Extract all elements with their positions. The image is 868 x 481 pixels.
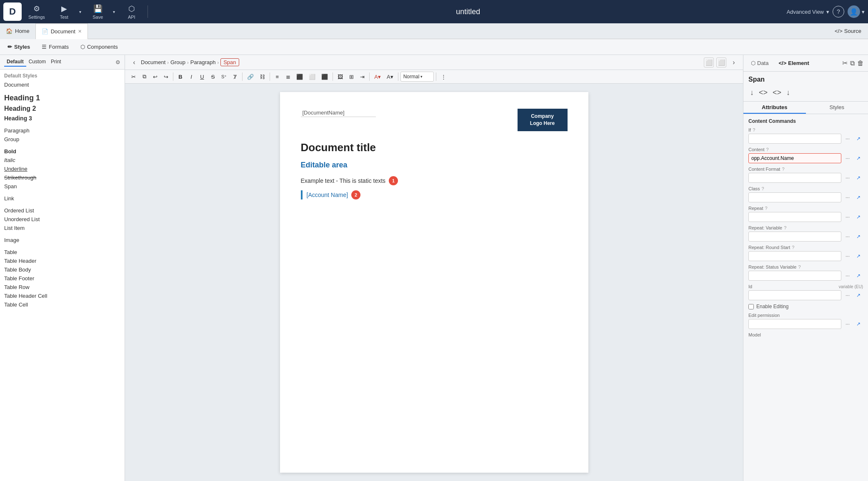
style-item-table[interactable]: Table	[0, 248, 125, 257]
toolbar-indent[interactable]: ⇥	[357, 72, 367, 82]
toolbar-bold[interactable]: B	[175, 72, 185, 82]
field-action-repeatvariable[interactable]: ···	[843, 232, 852, 241]
help-icon-if[interactable]: ?	[753, 127, 755, 132]
field-link-contentformat[interactable]: ↗	[854, 173, 863, 182]
style-item-underline[interactable]: Underline	[0, 164, 125, 173]
style-item-tablebody[interactable]: Table Body	[0, 265, 125, 274]
style-item-strikethrough[interactable]: Strikethrough	[0, 173, 125, 182]
style-item-italic[interactable]: Italic	[0, 156, 125, 164]
toolbar-aligncenter[interactable]: ⬜	[306, 72, 318, 82]
help-icon-repeatstatusvariable[interactable]: ?	[798, 264, 800, 269]
breadcrumb-paragraph[interactable]: Paragraph	[190, 59, 216, 65]
toolbar-undo[interactable]: ↩	[150, 72, 160, 82]
tab-default[interactable]: Default	[4, 57, 26, 67]
toolbar-highlight[interactable]: A▾	[384, 72, 396, 82]
field-link-class[interactable]: ↗	[854, 193, 863, 202]
tab-element[interactable]: </> Element	[775, 58, 812, 68]
toolbar-table[interactable]: ⊞	[346, 72, 356, 82]
toolbar-strikethrough[interactable]: S	[208, 72, 218, 82]
nav-down-left[interactable]: ↓	[748, 87, 755, 98]
duplicate-icon[interactable]: ⧉	[850, 60, 855, 67]
toolbar-more[interactable]: ⋮	[438, 72, 449, 82]
style-item-tableheader[interactable]: Table Header	[0, 257, 125, 265]
trash-icon[interactable]: 🗑	[857, 60, 864, 67]
style-item-tablecell[interactable]: Table Cell	[0, 300, 125, 309]
api-button[interactable]: ⬡ API	[119, 2, 144, 21]
field-action-repeatstatusvariable[interactable]: ···	[843, 271, 852, 280]
nav-down-right[interactable]: ↓	[785, 87, 792, 98]
style-item-tablefooter[interactable]: Table Footer	[0, 274, 125, 283]
help-icon-repeatroundstart[interactable]: ?	[792, 245, 794, 250]
style-item-listitem[interactable]: List Item	[0, 224, 125, 232]
toolbar-link[interactable]: 🔗	[245, 72, 256, 82]
field-link-editpermission[interactable]: ↗	[854, 319, 863, 329]
help-icon-contentformat[interactable]: ?	[782, 167, 784, 172]
help-icon-content[interactable]: ?	[766, 147, 769, 152]
field-action-if[interactable]: ···	[843, 134, 852, 143]
style-item-bold[interactable]: Bold	[0, 147, 125, 156]
gear-button[interactable]: ⚙	[115, 59, 120, 65]
tab-close-button[interactable]: ✕	[78, 29, 82, 34]
tab-styles[interactable]: Styles	[806, 102, 868, 114]
save-dropdown-arrow[interactable]: ▾	[110, 2, 118, 21]
field-action-contentformat[interactable]: ···	[843, 173, 852, 182]
toolbar-alignright[interactable]: ⬛	[319, 72, 330, 82]
editor-canvas[interactable]: [DocumentName] Company Logo Here Documen…	[125, 84, 743, 481]
toolbar-alignleft[interactable]: ⬛	[294, 72, 305, 82]
style-item-link[interactable]: Link	[0, 194, 125, 203]
tab-home[interactable]: 🏠 Home	[0, 23, 36, 39]
help-icon-repeatvariable[interactable]: ?	[784, 225, 786, 230]
breadcrumb-collapse-right[interactable]: ›	[729, 57, 739, 67]
style-item-tablerow[interactable]: Table Row	[0, 283, 125, 292]
tab-data[interactable]: ⬡ Data	[748, 58, 772, 68]
breadcrumb-document[interactable]: Document	[141, 59, 165, 65]
style-item-span[interactable]: Span	[0, 182, 125, 191]
field-input-if[interactable]	[748, 134, 841, 144]
field-input-class[interactable]	[748, 192, 841, 202]
field-link-if[interactable]: ↗	[854, 134, 863, 143]
tab-attributes[interactable]: Attributes	[743, 102, 806, 114]
field-input-content[interactable]	[748, 153, 841, 163]
toolbar-fontcolor[interactable]: A▾	[372, 72, 383, 82]
style-item-heading2[interactable]: Heading 2	[0, 104, 125, 114]
field-input-repeatroundstart[interactable]	[748, 251, 841, 261]
style-item-unorderedlist[interactable]: Unordered List	[0, 215, 125, 224]
toolbar-image[interactable]: 🖼	[335, 72, 345, 82]
account-name-tag[interactable]: [Account Name]	[307, 192, 348, 198]
source-button[interactable]: </> Source	[828, 23, 868, 39]
help-button[interactable]: ?	[833, 6, 844, 17]
field-link-repeatroundstart[interactable]: ↗	[854, 252, 863, 261]
advanced-view-button[interactable]: Advanced View ▾	[787, 9, 829, 15]
style-item-heading1[interactable]: Heading 1	[0, 92, 125, 104]
nav-styles[interactable]: ✏ Styles	[5, 42, 33, 52]
field-action-class[interactable]: ···	[843, 193, 852, 202]
logo-button[interactable]: D	[3, 2, 22, 21]
field-link-repeat[interactable]: ↗	[854, 212, 863, 222]
save-button[interactable]: 💾 Save	[85, 2, 110, 21]
style-item-image[interactable]: Image	[0, 236, 125, 244]
field-action-repeatroundstart[interactable]: ···	[843, 252, 852, 261]
breadcrumb-view-btn-2[interactable]: ⬜	[716, 57, 726, 67]
style-item-group[interactable]: Group	[0, 135, 125, 144]
field-link-content[interactable]: ↗	[854, 154, 863, 163]
doc-editable-area[interactable]: Editable area	[301, 161, 568, 169]
toolbar-redo[interactable]: ↪	[161, 72, 171, 82]
field-input-editpermission[interactable]	[748, 319, 841, 329]
field-action-content[interactable]: ···	[843, 154, 852, 163]
field-link-repeatstatusvariable[interactable]: ↗	[854, 271, 863, 280]
scissors-icon[interactable]: ✂	[842, 59, 848, 67]
tab-print[interactable]: Print	[48, 57, 64, 67]
field-input-contentformat[interactable]	[748, 173, 841, 183]
toolbar-orderedlist[interactable]: ≡	[272, 72, 282, 82]
field-link-repeatvariable[interactable]: ↗	[854, 232, 863, 241]
field-input-repeatstatusvariable[interactable]	[748, 271, 841, 281]
toolbar-clearformat[interactable]: T̷	[230, 72, 240, 82]
toolbar-unlink[interactable]: ⛓	[257, 72, 268, 82]
enable-editing-checkbox[interactable]	[748, 304, 754, 309]
tab-custom[interactable]: Custom	[26, 57, 48, 67]
nav-prev[interactable]: <>	[757, 87, 769, 98]
test-button[interactable]: ▶ Test	[52, 2, 77, 21]
doc-main-title[interactable]: Document title	[301, 141, 568, 154]
style-item-paragraph[interactable]: Paragraph	[0, 126, 125, 135]
user-button[interactable]: 👤 ▾	[848, 5, 865, 18]
